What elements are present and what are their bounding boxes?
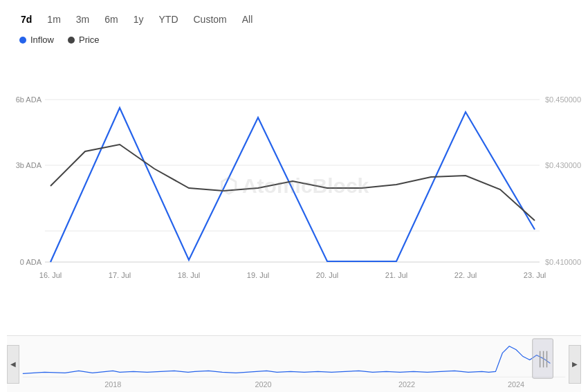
svg-text:2020: 2020 bbox=[255, 380, 271, 389]
btn-3m[interactable]: 3m bbox=[69, 11, 96, 28]
svg-text:⬡ AtomicBlock: ⬡ AtomicBlock bbox=[219, 174, 369, 197]
overview-svg: 2018 2020 2022 2024 bbox=[7, 336, 581, 392]
legend-inflow-dot bbox=[19, 37, 26, 44]
svg-text:23. Jul: 23. Jul bbox=[524, 271, 546, 279]
svg-text:18. Jul: 18. Jul bbox=[178, 271, 200, 279]
btn-all[interactable]: All bbox=[235, 11, 260, 28]
main-chart-svg: 6b ADA 3b ADA 0 ADA $0.450000 $0.430000 … bbox=[7, 50, 581, 335]
main-container: 7d 1m 3m 6m 1y YTD Custom All Inflow Pri… bbox=[0, 0, 588, 392]
btn-6m[interactable]: 6m bbox=[98, 11, 125, 28]
scroll-right-btn[interactable]: ▶ bbox=[569, 345, 581, 384]
legend-inflow-label: Inflow bbox=[30, 35, 54, 45]
chart-legend: Inflow Price bbox=[7, 35, 581, 50]
btn-custom[interactable]: Custom bbox=[187, 11, 234, 28]
overview-handle[interactable] bbox=[533, 339, 553, 378]
time-range-selector: 7d 1m 3m 6m 1y YTD Custom All bbox=[7, 7, 581, 35]
svg-text:6b ADA: 6b ADA bbox=[16, 95, 42, 104]
svg-text:2022: 2022 bbox=[398, 380, 415, 389]
svg-text:16. Jul: 16. Jul bbox=[39, 271, 62, 279]
chart-wrapper: 6b ADA 3b ADA 0 ADA $0.450000 $0.430000 … bbox=[7, 50, 581, 335]
btn-1y[interactable]: 1y bbox=[127, 11, 151, 28]
svg-text:20. Jul: 20. Jul bbox=[316, 271, 338, 279]
svg-text:$0.430000: $0.430000 bbox=[545, 161, 581, 169]
overview-inflow-line bbox=[23, 346, 551, 374]
btn-7d[interactable]: 7d bbox=[14, 11, 39, 28]
svg-text:$0.410000: $0.410000 bbox=[545, 258, 581, 266]
legend-inflow: Inflow bbox=[19, 35, 54, 45]
scroll-left-btn[interactable]: ◀ bbox=[7, 345, 19, 384]
legend-price-label: Price bbox=[79, 35, 100, 45]
svg-text:0 ADA: 0 ADA bbox=[20, 258, 42, 266]
svg-text:$0.450000: $0.450000 bbox=[545, 95, 581, 104]
legend-price-dot bbox=[68, 37, 75, 44]
svg-text:2024: 2024 bbox=[508, 380, 524, 389]
btn-ytd[interactable]: YTD bbox=[152, 11, 185, 28]
main-chart-area: 6b ADA 3b ADA 0 ADA $0.450000 $0.430000 … bbox=[7, 50, 581, 335]
svg-text:3b ADA: 3b ADA bbox=[16, 161, 42, 169]
legend-price: Price bbox=[68, 35, 100, 45]
svg-text:2018: 2018 bbox=[104, 380, 121, 389]
watermark: ⬡ AtomicBlock bbox=[219, 174, 369, 197]
btn-1m[interactable]: 1m bbox=[40, 11, 67, 28]
overview-area: ◀ 2018 2020 2022 2024 ▶ bbox=[7, 335, 581, 392]
svg-text:22. Jul: 22. Jul bbox=[454, 271, 477, 279]
svg-text:17. Jul: 17. Jul bbox=[109, 271, 131, 279]
svg-text:19. Jul: 19. Jul bbox=[247, 271, 269, 279]
svg-text:21. Jul: 21. Jul bbox=[385, 271, 407, 279]
